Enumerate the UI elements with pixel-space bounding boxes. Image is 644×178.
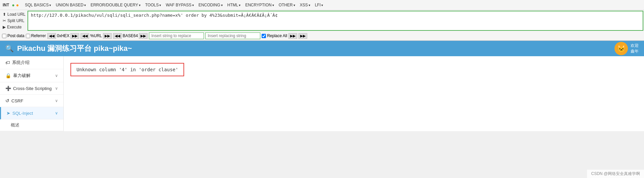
menu-union-based[interactable]: UNION BASED: [54, 2, 88, 8]
replace-all-option: Replace All: [262, 33, 287, 38]
menu-error-double-query[interactable]: ERROR/DOUBLE QUERY: [89, 2, 143, 8]
int-label: INT: [1, 2, 10, 8]
sidebar-item-xss-label: Cross-Site Scripting: [13, 86, 52, 91]
lock-icon: 🔒: [5, 73, 11, 78]
menu-html[interactable]: HTML: [225, 2, 243, 8]
pikachu-header-left: 🔍 Pikachu 漏洞练习平台 pika~pika~: [5, 43, 132, 54]
execute-button[interactable]: ▶ Execute: [2, 24, 26, 30]
hackbar-url-row: ⬆ Load URL ✂ Split URL ▶ Execute http://…: [0, 10, 644, 31]
url-option: ◀◀ %URL ▶▶: [80, 33, 112, 39]
menu-xss[interactable]: XSS: [298, 2, 312, 8]
insert-replacing-input[interactable]: [205, 32, 260, 39]
error-message: Unknown column '4' in 'order clause': [76, 67, 178, 72]
load-url-label: Load URL: [7, 12, 25, 17]
post-data-checkbox[interactable]: [2, 34, 6, 38]
url-input[interactable]: http://127.0.0.1/pikachu/vul/sqli/sqli_s…: [28, 11, 643, 31]
sidebar-item-sqlinject-label: SQL-Inject: [12, 111, 33, 116]
content-area: 🏷 系统介绍 🔒 暴力破解 ∨ ➕ Cross-Site Scripting ∨…: [0, 56, 644, 131]
sidebar-item-bruteforce-left: 🔒 暴力破解: [5, 73, 31, 79]
base64-right-arrow[interactable]: ▶▶: [139, 33, 148, 39]
menu-other[interactable]: OTHER: [277, 2, 297, 8]
load-url-icon: ⬆: [3, 12, 6, 17]
sidebar-item-xss[interactable]: ➕ Cross-Site Scripting ∨: [0, 82, 63, 95]
sidebar-item-sqlinject[interactable]: ➤ SQL-Inject ∨: [0, 107, 63, 119]
sidebar-item-intro-left: 🏷 系统介绍: [5, 60, 30, 66]
hex-option: ◀◀ 0xHEX ▶▶: [47, 33, 79, 39]
refresh-icon: ↺: [5, 98, 9, 103]
menu-waf-bypass[interactable]: WAF BYPASS: [164, 2, 196, 8]
chevron-down-icon-2: ∨: [55, 86, 58, 91]
referrer-label: Referrer: [31, 33, 46, 38]
sub-sidebar-item-overview[interactable]: 概述: [0, 119, 63, 131]
insert-replace-input[interactable]: [149, 32, 204, 39]
green-circle-icon: ●: [12, 2, 14, 8]
tag-icon: 🏷: [5, 60, 10, 65]
execute-label: Execute: [7, 25, 21, 29]
sidebar-item-bruteforce-label: 暴力破解: [13, 73, 31, 79]
welcome-label: 欢迎: [631, 43, 639, 49]
post-data-option: Post data: [2, 33, 24, 38]
url-right-arrow[interactable]: ▶▶: [103, 33, 112, 39]
pikachu-header: 🔍 Pikachu 漏洞练习平台 pika~pika~ 🐱 欢迎 鑫年: [0, 41, 644, 56]
sidebar-item-intro[interactable]: 🏷 系统介绍: [0, 56, 63, 69]
error-box: Unknown column '4' in 'order clause': [70, 63, 184, 76]
menu-sql-basics[interactable]: SQL BASICS: [23, 2, 53, 8]
menu-encoding[interactable]: ENCODING: [197, 2, 225, 8]
chevron-down-icon-4: ∨: [55, 111, 58, 115]
base64-left-arrow[interactable]: ◀◀: [113, 33, 122, 39]
url-label: %URL: [90, 33, 102, 38]
sidebar-item-csrf-left: ↺ CSRF: [5, 98, 23, 103]
menu-encryption[interactable]: ENCRYPTION: [243, 2, 276, 8]
orange-circle-icon: ●: [16, 2, 19, 8]
page-content: Unknown column '4' in 'order clause': [64, 56, 644, 131]
hex-left-arrow[interactable]: ◀◀: [47, 33, 56, 39]
hackbar-top-left: INT ● ●: [1, 2, 19, 8]
arrow-right-icon: ➤: [6, 110, 10, 116]
execute-icon: ▶: [3, 25, 6, 29]
referrer-checkbox[interactable]: [26, 34, 30, 38]
avatar: 🐱: [614, 42, 628, 55]
pikachu-title: Pikachu 漏洞练习平台 pika~pika~: [17, 43, 132, 54]
replace-all-checkbox[interactable]: [262, 34, 266, 38]
replace-all-label: Replace All: [267, 33, 287, 38]
welcome-area: 欢迎 鑫年: [631, 43, 639, 54]
hex-label: 0xHEX: [57, 33, 69, 38]
plus-icon: ➕: [5, 86, 11, 91]
split-url-icon: ✂: [3, 18, 6, 23]
chevron-down-icon-3: ∨: [55, 98, 58, 103]
chevron-down-icon: ∨: [55, 73, 58, 78]
sidebar-item-csrf[interactable]: ↺ CSRF ∨: [0, 95, 63, 107]
sub-sidebar-item-overview-label: 概述: [11, 122, 19, 127]
sidebar: 🏷 系统介绍 🔒 暴力破解 ∨ ➕ Cross-Site Scripting ∨…: [0, 56, 64, 131]
pikachu-user-area: 🐱 欢迎 鑫年: [614, 42, 639, 55]
hackbar: INT ● ● SQL BASICS UNION BASED ERROR/DOU…: [0, 0, 644, 41]
hackbar-menu-items: SQL BASICS UNION BASED ERROR/DOUBLE QUER…: [23, 2, 325, 8]
load-url-button[interactable]: ⬆ Load URL: [2, 12, 26, 17]
split-url-label: Split URL: [7, 18, 24, 23]
replace-right-arrow2[interactable]: ▶▶: [299, 33, 307, 39]
hackbar-menu-row: INT ● ● SQL BASICS UNION BASED ERROR/DOU…: [0, 0, 644, 10]
base64-label: BASE64: [123, 33, 138, 38]
replace-right-arrow1[interactable]: ▶▶: [288, 33, 297, 39]
user-label: 鑫年: [631, 49, 639, 54]
sidebar-item-csrf-label: CSRF: [11, 98, 23, 103]
sidebar-item-bruteforce[interactable]: 🔒 暴力破解 ∨: [0, 69, 63, 82]
post-data-label: Post data: [7, 33, 24, 38]
menu-lfi[interactable]: LFI: [313, 2, 325, 8]
sidebar-item-xss-left: ➕ Cross-Site Scripting: [5, 86, 52, 91]
sidebar-item-intro-label: 系统介绍: [12, 60, 30, 66]
hackbar-sidebar: ⬆ Load URL ✂ Split URL ▶ Execute: [1, 11, 28, 31]
base64-option: ◀◀ BASE64 ▶▶: [113, 33, 148, 39]
url-left-arrow[interactable]: ◀◀: [80, 33, 89, 39]
sidebar-item-sqlinject-left: ➤ SQL-Inject: [6, 110, 33, 116]
split-url-button[interactable]: ✂ Split URL: [2, 18, 26, 23]
menu-tools[interactable]: TOOLS: [143, 2, 163, 8]
referrer-option: Referrer: [26, 33, 46, 38]
hackbar-options-row: Post data Referrer ◀◀ 0xHEX ▶▶ ◀◀ %URL ▶…: [0, 31, 644, 40]
hex-right-arrow[interactable]: ▶▶: [70, 33, 79, 39]
search-icon: 🔍: [5, 44, 14, 53]
